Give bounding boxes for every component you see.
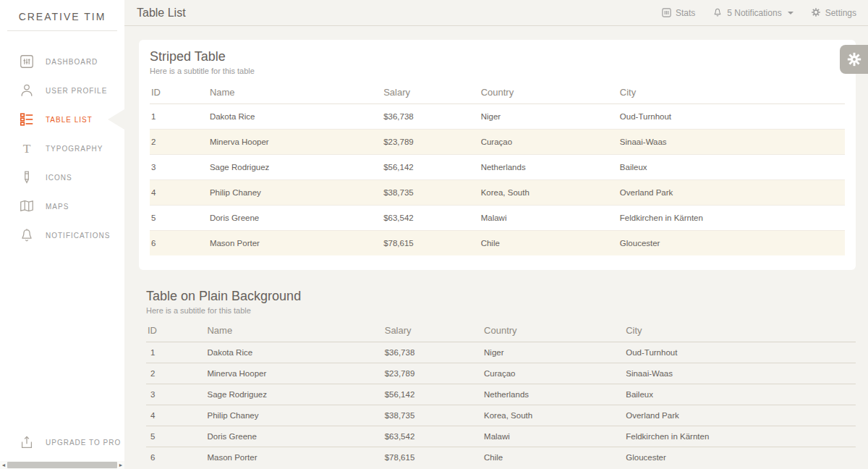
navbar-links: Stats 5 Notifications — [661, 7, 856, 18]
cell-salary: $36,738 — [379, 104, 477, 130]
sidebar-horizontal-scrollbar[interactable]: ◄ ► — [0, 461, 124, 469]
striped-table-card: Striped Table Here is a subtitle for thi… — [139, 40, 856, 270]
table-row: 3 Sage Rodriguez $56,142 Netherlands Bai… — [150, 155, 845, 180]
upgrade-to-pro-button[interactable]: UPGRADE TO PRO — [19, 434, 121, 450]
sidebar-item-typography[interactable]: T TYPOGRAPHY — [0, 134, 124, 163]
cell-id: 4 — [146, 405, 203, 426]
cell-id: 5 — [146, 426, 203, 447]
cell-city: Sinaai-Waas — [621, 363, 856, 384]
table-header-row: ID Name Salary Country City — [146, 316, 856, 342]
brand-divider — [7, 30, 117, 31]
cell-name: Doris Greene — [203, 426, 380, 447]
striped-table: ID Name Salary Country City 1 Dakota Ric… — [150, 78, 845, 255]
scroll-right-arrow-icon[interactable]: ► — [117, 461, 124, 469]
cell-country: Korea, South — [477, 180, 616, 206]
cell-salary: $38,735 — [380, 405, 480, 426]
cell-country: Niger — [480, 342, 621, 363]
notifications-dropdown[interactable]: 5 Notifications — [712, 7, 793, 18]
cell-name: Sage Rodriguez — [205, 155, 379, 180]
settings-link[interactable]: Settings — [811, 7, 856, 18]
sidebar-item-label: TYPOGRAPHY — [46, 145, 103, 153]
page-title: Table List — [137, 7, 186, 20]
cell-city: Sinaai-Waas — [616, 130, 845, 155]
cell-country: Netherlands — [480, 384, 621, 405]
cell-city: Baileux — [616, 155, 845, 180]
stats-link[interactable]: Stats — [661, 7, 695, 18]
column-header-id: ID — [150, 78, 205, 104]
cell-country: Malawi — [477, 206, 616, 231]
sidebar-item-maps[interactable]: MAPS — [0, 192, 124, 221]
cell-salary: $78,615 — [379, 231, 477, 256]
cell-city: Gloucester — [621, 447, 856, 468]
cell-id: 2 — [150, 130, 205, 155]
column-header-country: Country — [480, 316, 621, 342]
cell-country: Netherlands — [477, 155, 616, 180]
sidebar: CREATIVE TIM DASHBOARD USER PROFILE — [0, 0, 124, 469]
table-row: 5 Doris Greene $63,542 Malawi Feldkirche… — [146, 426, 856, 447]
table-row: 4 Philip Chaney $38,735 Korea, South Ove… — [146, 405, 856, 426]
active-item-notch — [108, 109, 124, 130]
column-header-id: ID — [146, 316, 203, 342]
cell-country: Curaçao — [477, 130, 616, 155]
scrollbar-thumb[interactable] — [7, 462, 117, 468]
column-header-salary: Salary — [379, 78, 477, 104]
plain-table-section: Table on Plain Background Here is a subt… — [139, 289, 856, 468]
upload-icon — [19, 434, 35, 450]
sidebar-item-notifications[interactable]: NOTIFICATIONS — [0, 221, 124, 250]
upgrade-label: UPGRADE TO PRO — [46, 439, 121, 447]
gear-icon — [846, 51, 862, 67]
cell-city: Overland Park — [621, 405, 856, 426]
table-row: 6 Mason Porter $78,615 Chile Gloucester — [150, 231, 845, 256]
pencil-icon — [19, 169, 35, 185]
card-subtitle: Here is a subtitle for this table — [150, 67, 845, 75]
gear-icon — [811, 7, 822, 18]
table-list-icon — [19, 111, 35, 127]
cell-id: 6 — [150, 231, 205, 256]
cell-country: Curaçao — [480, 363, 621, 384]
table-header-row: ID Name Salary Country City — [150, 78, 845, 104]
sidebar-item-user-profile[interactable]: USER PROFILE — [0, 76, 124, 105]
settings-panel-button[interactable] — [840, 45, 868, 74]
cell-id: 5 — [150, 206, 205, 231]
table-row: 2 Minerva Hooper $23,789 Curaçao Sinaai-… — [150, 130, 845, 155]
bell-icon — [712, 7, 723, 18]
cell-name: Philip Chaney — [205, 180, 379, 206]
sidebar-item-label: ICONS — [46, 174, 72, 182]
cell-name: Sage Rodriguez — [203, 384, 380, 405]
cell-city: Oud-Turnhout — [616, 104, 845, 130]
column-header-salary: Salary — [380, 316, 480, 342]
cell-name: Minerva Hooper — [203, 363, 380, 384]
cell-salary: $63,542 — [379, 206, 477, 231]
cell-city: Gloucester — [616, 231, 845, 256]
cell-city: Feldkirchen in Kärnten — [616, 206, 845, 231]
cell-salary: $78,615 — [380, 447, 480, 468]
table-row: 5 Doris Greene $63,542 Malawi Feldkirche… — [150, 206, 845, 231]
cell-country: Chile — [480, 447, 621, 468]
column-header-city: City — [621, 316, 856, 342]
cell-id: 1 — [150, 104, 205, 130]
cell-name: Philip Chaney — [203, 405, 380, 426]
cell-salary: $36,738 — [380, 342, 480, 363]
top-navbar: Table List Stats 5 Notific — [124, 0, 868, 26]
sidebar-item-icons[interactable]: ICONS — [0, 163, 124, 192]
cell-id: 1 — [146, 342, 203, 363]
cell-id: 6 — [146, 447, 203, 468]
bell-icon — [19, 227, 35, 243]
plain-table-body: 1 Dakota Rice $36,738 Niger Oud-Turnhout… — [146, 342, 856, 468]
cell-id: 3 — [150, 155, 205, 180]
column-header-name: Name — [205, 78, 379, 104]
scroll-left-arrow-icon[interactable]: ◄ — [0, 461, 7, 469]
brand-logo[interactable]: CREATIVE TIM — [0, 0, 124, 30]
dashboard-icon — [19, 54, 35, 69]
table-row: 4 Philip Chaney $38,735 Korea, South Ove… — [150, 180, 845, 206]
cell-salary: $23,789 — [379, 130, 477, 155]
sidebar-item-label: DASHBOARD — [46, 58, 98, 66]
cell-country: Niger — [477, 104, 616, 130]
sidebar-item-label: TABLE LIST — [46, 116, 93, 124]
cell-name: Doris Greene — [205, 206, 379, 231]
cell-city: Feldkirchen in Kärnten — [621, 426, 856, 447]
table-row: 6 Mason Porter $78,615 Chile Gloucester — [146, 447, 856, 468]
cell-name: Mason Porter — [203, 447, 380, 468]
sidebar-item-table-list[interactable]: TABLE LIST — [0, 105, 124, 134]
sidebar-item-dashboard[interactable]: DASHBOARD — [0, 47, 124, 76]
